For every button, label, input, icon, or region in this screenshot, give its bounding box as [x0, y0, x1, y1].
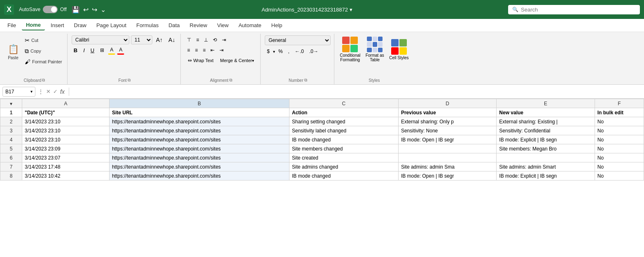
conditional-formatting-button[interactable]: Conditional Formatting — [338, 35, 362, 63]
increase-indent-button[interactable]: ⇥ — [217, 46, 226, 55]
column-header-e[interactable]: E — [497, 99, 595, 108]
cell-d1[interactable]: Previous value — [398, 108, 496, 117]
cell-b6[interactable]: https://tenantadminnewhope.sharepoint.co… — [109, 153, 289, 162]
cell-a6[interactable]: 3/14/2023 23:07 — [22, 153, 109, 162]
cell-d7[interactable]: Site admins: admin Sma — [398, 162, 496, 171]
paste-button[interactable]: 📋 Paste — [5, 35, 21, 68]
underline-button[interactable]: U — [89, 46, 96, 55]
cell-f1[interactable]: In bulk edit — [595, 108, 644, 117]
cell-b3[interactable]: https://tenantadminnewhope.sharepoint.co… — [109, 126, 289, 135]
cell-e5[interactable]: Site members: Megan Bro — [497, 144, 595, 153]
menu-data[interactable]: Data — [164, 21, 184, 30]
menu-formulas[interactable]: Formulas — [132, 21, 163, 30]
cell-b2[interactable]: https://tenantadminnewhope.sharepoint.co… — [109, 117, 289, 126]
search-input[interactable] — [521, 7, 636, 13]
cell-c7[interactable]: Site admins changed — [289, 162, 399, 171]
menu-draw[interactable]: Draw — [70, 21, 91, 30]
column-header-f[interactable]: F — [595, 99, 644, 108]
fill-color-button[interactable]: A — [108, 46, 115, 55]
row-header[interactable]: 2 — [0, 117, 22, 126]
save-icon[interactable]: 💾 — [72, 6, 80, 14]
align-bottom-button[interactable]: ⊥ — [202, 35, 210, 44]
cell-e2[interactable]: External sharing: Existing | — [497, 117, 595, 126]
bold-button[interactable]: B — [72, 46, 79, 55]
borders-button[interactable]: ⊞ — [98, 46, 106, 55]
cell-ref-dropdown[interactable]: ▾ — [30, 89, 33, 94]
cell-d6[interactable] — [398, 153, 496, 162]
cell-a7[interactable]: 3/14/2023 17:48 — [22, 162, 109, 171]
row-header[interactable]: 4 — [0, 135, 22, 144]
cell-b8[interactable]: https://tenantadminnewhope.sharepoint.co… — [109, 171, 289, 181]
menu-view[interactable]: View — [213, 21, 233, 30]
indent-button[interactable]: ⇥ — [220, 35, 228, 44]
menu-automate[interactable]: Automate — [234, 21, 266, 30]
cell-d3[interactable]: Sensitivity: None — [398, 126, 496, 135]
customize-icon[interactable]: ⌄ — [100, 6, 106, 14]
formula-cancel-icon[interactable]: ✕ — [46, 88, 51, 95]
align-right-button[interactable]: ≡ — [201, 46, 208, 55]
cell-e7[interactable]: Site admins: admin Smart — [497, 162, 595, 171]
cell-f4[interactable]: No — [595, 135, 644, 144]
column-header-a[interactable]: A — [22, 99, 109, 108]
wrap-text-button[interactable]: ⇔ Wrap Text — [185, 56, 216, 65]
column-header-b[interactable]: B — [109, 99, 289, 108]
cell-c5[interactable]: Site members changed — [289, 144, 399, 153]
cell-c2[interactable]: Sharing setting changed — [289, 117, 399, 126]
font-shrink-button[interactable]: A↓ — [166, 35, 177, 44]
cell-styles-button[interactable]: Cell Styles — [388, 38, 410, 61]
increase-decimal-button[interactable]: .0→ — [307, 47, 320, 56]
number-expand-icon[interactable]: ⧉ — [304, 78, 307, 83]
autosave-toggle[interactable] — [43, 6, 58, 13]
cell-d8[interactable]: IB mode: Open | IB segr — [398, 171, 496, 181]
menu-file[interactable]: File — [3, 21, 20, 30]
cell-f8[interactable]: No — [595, 171, 644, 181]
row-header[interactable]: 6 — [0, 153, 22, 162]
font-size-select[interactable]: 11 — [131, 35, 152, 44]
cell-a3[interactable]: 3/14/2023 23:10 — [22, 126, 109, 135]
format-painter-button[interactable]: 🖌 Format Painter — [23, 57, 64, 67]
cell-e4[interactable]: IB mode: Explicit | IB segn — [497, 135, 595, 144]
number-format-select[interactable]: General — [265, 35, 331, 45]
formula-menu-icon[interactable]: ⋮ — [38, 88, 44, 95]
cell-c8[interactable]: IB mode changed — [289, 171, 399, 181]
font-name-select[interactable]: Calibri — [72, 35, 129, 44]
align-top-button[interactable]: ⊤ — [185, 35, 193, 44]
cell-c6[interactable]: Site created — [289, 153, 399, 162]
align-center-button[interactable]: ≡ — [193, 46, 200, 55]
search-bar[interactable]: 🔍 — [508, 5, 640, 14]
cell-reference-box[interactable]: B17 ▾ — [2, 87, 35, 97]
comma-button[interactable]: , — [286, 47, 292, 56]
row-header[interactable]: 7 — [0, 162, 22, 171]
cell-f5[interactable]: No — [595, 144, 644, 153]
font-color-button[interactable]: A — [117, 46, 124, 55]
column-header-d[interactable]: D — [398, 99, 496, 108]
format-as-table-button[interactable]: Format as Table — [363, 35, 386, 63]
menu-review[interactable]: Review — [186, 21, 212, 30]
cell-b4[interactable]: https://tenantadminnewhope.sharepoint.co… — [109, 135, 289, 144]
cell-e1[interactable]: New value — [497, 108, 595, 117]
cell-f7[interactable]: No — [595, 162, 644, 171]
column-header-c[interactable]: C — [289, 99, 399, 108]
cell-a8[interactable]: 3/14/2023 10:42 — [22, 171, 109, 181]
clipboard-expand-icon[interactable]: ⧉ — [42, 78, 45, 83]
cell-b5[interactable]: https://tenantadminnewhope.sharepoint.co… — [109, 144, 289, 153]
cell-a5[interactable]: 3/14/2023 23:09 — [22, 144, 109, 153]
percent-button[interactable]: % — [276, 47, 285, 56]
decrease-decimal-button[interactable]: ←.0 — [293, 47, 306, 56]
formula-confirm-icon[interactable]: ✓ — [53, 88, 58, 95]
formula-input[interactable] — [72, 88, 642, 95]
undo-icon[interactable]: ↩ — [83, 6, 89, 14]
row-header[interactable]: 3 — [0, 126, 22, 135]
cell-c3[interactable]: Sensitivity label changed — [289, 126, 399, 135]
align-left-button[interactable]: ≡ — [185, 46, 192, 55]
cell-a1[interactable]: "Date (UTC)" — [22, 108, 109, 117]
cell-e6[interactable] — [497, 153, 595, 162]
menu-insert[interactable]: Insert — [47, 21, 68, 30]
menu-help[interactable]: Help — [267, 21, 287, 30]
decrease-indent-button[interactable]: ⇤ — [208, 46, 217, 55]
cell-e3[interactable]: Sensitivity: Confidential — [497, 126, 595, 135]
menu-home[interactable]: Home — [22, 20, 45, 30]
cell-e8[interactable]: IB mode: Explicit | IB segn — [497, 171, 595, 181]
row-header[interactable]: 8 — [0, 171, 22, 181]
copy-button[interactable]: ⧉ Copy — [23, 46, 64, 56]
